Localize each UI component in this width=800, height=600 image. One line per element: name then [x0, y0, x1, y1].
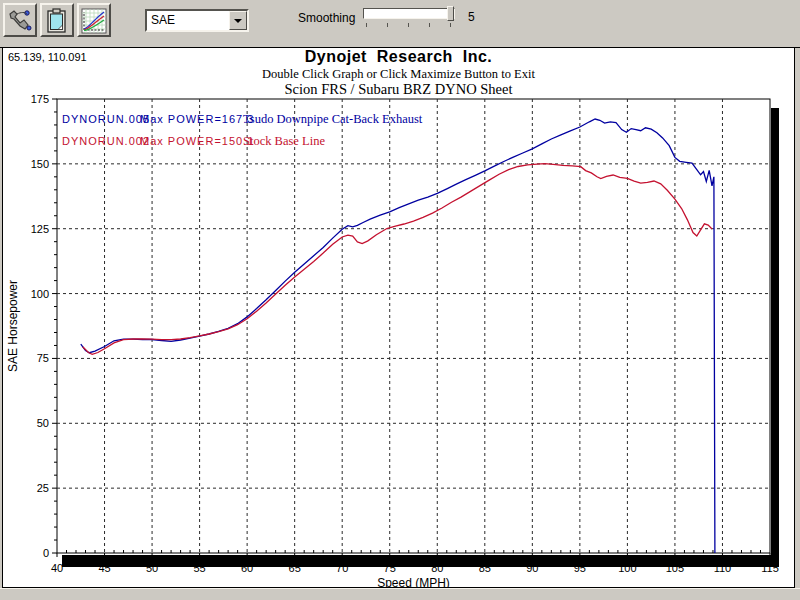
slider-tick — [450, 23, 451, 27]
svg-text:105: 105 — [666, 562, 684, 574]
svg-text:90: 90 — [526, 562, 538, 574]
svg-text:0: 0 — [43, 547, 49, 559]
svg-text:95: 95 — [574, 562, 586, 574]
mini-graph-icon — [79, 8, 109, 34]
svg-text:50: 50 — [146, 562, 158, 574]
winpep-dyno-window: { "window": { "toolbar_bg": "#ccc9c2", "… — [0, 0, 800, 600]
smoothing-value: 5 — [468, 10, 475, 24]
svg-text:DYNORUN.005: DYNORUN.005 — [62, 113, 150, 125]
slider-tick — [429, 23, 430, 27]
wrench-probe-icon — [5, 8, 35, 34]
units-dropdown-value: SAE — [151, 13, 175, 27]
svg-text:40: 40 — [51, 562, 63, 574]
svg-text:25: 25 — [37, 482, 49, 494]
svg-text:50: 50 — [37, 417, 49, 429]
svg-text:Stock Base Line: Stock Base Line — [243, 134, 325, 148]
smoothing-slider[interactable] — [363, 6, 455, 30]
svg-text:SAE Horsepower: SAE Horsepower — [6, 280, 20, 372]
svg-text:150: 150 — [31, 158, 49, 170]
slider-thumb[interactable] — [447, 6, 454, 21]
slider-track[interactable] — [363, 8, 455, 19]
svg-text:115: 115 — [761, 562, 779, 574]
smoothing-label: Smoothing — [298, 11, 355, 25]
chevron-down-icon — [234, 19, 242, 23]
slider-tick — [408, 23, 409, 27]
svg-text:DYNORUN.002: DYNORUN.002 — [62, 135, 150, 147]
svg-text:110: 110 — [714, 562, 732, 574]
svg-text:Max POWER=150.1: Max POWER=150.1 — [140, 135, 254, 147]
dyno-chart[interactable]: 0255075100125150175404550556065707580859… — [3, 48, 794, 587]
units-dropdown[interactable]: SAE — [145, 9, 249, 32]
svg-text:Max POWER=167.3: Max POWER=167.3 — [140, 113, 254, 125]
copy-to-clipboard-button[interactable] — [40, 3, 74, 37]
svg-text:125: 125 — [31, 223, 49, 235]
svg-text:45: 45 — [98, 562, 110, 574]
graph-button[interactable] — [77, 3, 111, 37]
svg-text:175: 175 — [31, 93, 49, 105]
dyno-sheet-panel: 65.139, 110.091 Dynojet Research Inc. Do… — [2, 47, 795, 588]
svg-text:Tsudo Downpipe Cat-Back Exhaus: Tsudo Downpipe Cat-Back Exhaust — [243, 112, 423, 126]
clipboard-icon — [42, 8, 72, 34]
dropdown-arrow-button[interactable] — [229, 11, 247, 30]
svg-text:55: 55 — [193, 562, 205, 574]
svg-text:80: 80 — [431, 562, 443, 574]
svg-text:100: 100 — [31, 288, 49, 300]
svg-text:Speed (MPH): Speed (MPH) — [377, 576, 450, 587]
svg-text:100: 100 — [618, 562, 636, 574]
svg-text:75: 75 — [384, 562, 396, 574]
slider-tick — [366, 23, 367, 27]
svg-text:85: 85 — [479, 562, 491, 574]
window-bottom-edge — [0, 588, 800, 600]
tools-button[interactable] — [3, 3, 37, 37]
svg-text:65: 65 — [289, 562, 301, 574]
svg-text:60: 60 — [241, 562, 253, 574]
toolbar: SAE Smoothing 5 — [0, 0, 800, 48]
slider-tick — [387, 23, 388, 27]
svg-text:75: 75 — [37, 352, 49, 364]
svg-text:70: 70 — [336, 562, 348, 574]
